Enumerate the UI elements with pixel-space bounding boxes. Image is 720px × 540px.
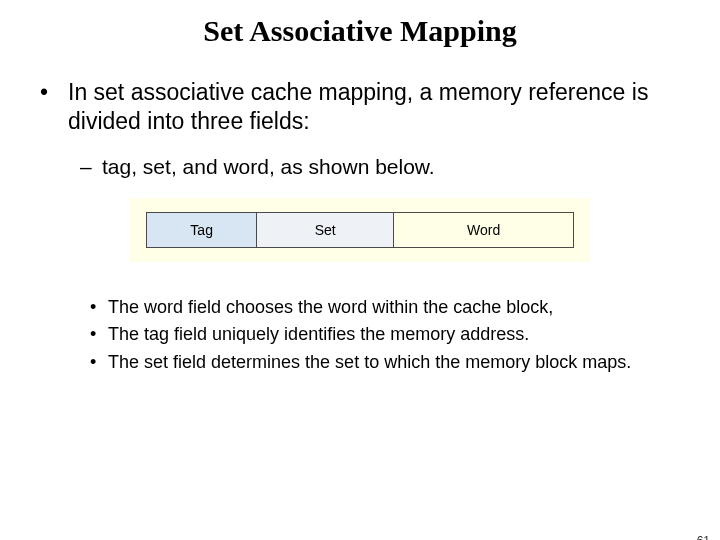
- bullet-level-3: • The tag field uniquely identifies the …: [90, 323, 660, 346]
- slide-title: Set Associative Mapping: [0, 14, 720, 48]
- page-number: 61: [697, 534, 710, 540]
- bullet-text: The set field determines the set to whic…: [108, 351, 660, 374]
- field-set: Set: [257, 212, 394, 248]
- field-word: Word: [394, 212, 574, 248]
- memory-field-diagram: Tag Set Word: [130, 198, 590, 262]
- slide: Set Associative Mapping • In set associa…: [0, 14, 720, 540]
- bullet-marker: •: [40, 78, 68, 136]
- dash-marker: –: [80, 154, 102, 180]
- field-tag: Tag: [146, 212, 257, 248]
- bullet-text: tag, set, and word, as shown below.: [102, 154, 435, 180]
- bullet-list: • In set associative cache mapping, a me…: [40, 78, 680, 180]
- bullet-level-3: • The set field determines the set to wh…: [90, 351, 660, 374]
- bullet-text: The word field chooses the word within t…: [108, 296, 660, 319]
- bullet-level-2: – tag, set, and word, as shown below.: [80, 154, 680, 180]
- bullet-level-3: • The word field chooses the word within…: [90, 296, 660, 319]
- bullet-level-1: • In set associative cache mapping, a me…: [40, 78, 680, 136]
- bullet-marker: •: [90, 296, 108, 319]
- bullet-marker: •: [90, 323, 108, 346]
- bullet-text: In set associative cache mapping, a memo…: [68, 78, 680, 136]
- field-cells: Tag Set Word: [146, 212, 574, 248]
- bullet-text: The tag field uniquely identifies the me…: [108, 323, 660, 346]
- bullet-marker: •: [90, 351, 108, 374]
- sub-bullet-list: • The word field chooses the word within…: [90, 296, 660, 374]
